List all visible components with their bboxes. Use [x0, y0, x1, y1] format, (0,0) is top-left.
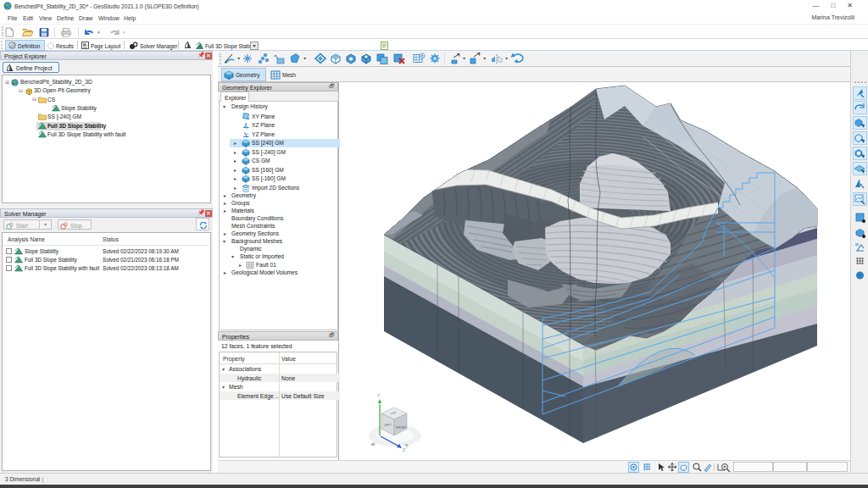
svg-text:FRONT: FRONT: [396, 426, 407, 430]
svg-text:Z: Z: [403, 447, 405, 452]
svg-text:LEFT: LEFT: [384, 424, 392, 427]
svg-text:Y: Y: [377, 393, 381, 398]
